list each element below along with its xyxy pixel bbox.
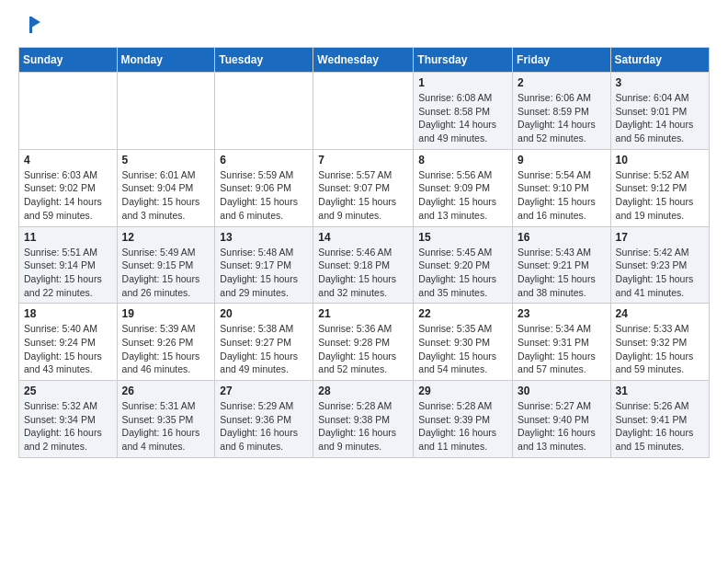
day-number: 9 <box>518 154 606 167</box>
day-number: 23 <box>518 307 606 320</box>
calendar-cell <box>313 73 414 150</box>
day-number: 17 <box>616 231 704 244</box>
page: SundayMondayTuesdayWednesdayThursdayFrid… <box>0 0 728 473</box>
day-details: Sunrise: 5:45 AM Sunset: 9:20 PM Dayligh… <box>418 246 507 300</box>
calendar-cell: 29Sunrise: 5:28 AM Sunset: 9:39 PM Dayli… <box>414 381 513 458</box>
calendar-cell: 10Sunrise: 5:52 AM Sunset: 9:12 PM Dayli… <box>610 149 709 226</box>
day-details: Sunrise: 5:43 AM Sunset: 9:21 PM Dayligh… <box>518 246 606 300</box>
calendar-cell: 13Sunrise: 5:48 AM Sunset: 9:17 PM Dayli… <box>215 226 313 304</box>
day-number: 4 <box>24 154 112 167</box>
day-number: 22 <box>418 307 507 320</box>
calendar-cell: 23Sunrise: 5:34 AM Sunset: 9:31 PM Dayli… <box>513 304 611 381</box>
day-details: Sunrise: 5:59 AM Sunset: 9:06 PM Dayligh… <box>220 168 308 223</box>
day-number: 7 <box>318 154 408 167</box>
calendar-cell: 28Sunrise: 5:28 AM Sunset: 9:38 PM Dayli… <box>313 381 414 458</box>
calendar-cell: 9Sunrise: 5:54 AM Sunset: 9:10 PM Daylig… <box>513 149 611 226</box>
calendar-cell: 6Sunrise: 5:59 AM Sunset: 9:06 PM Daylig… <box>215 149 313 226</box>
day-details: Sunrise: 5:38 AM Sunset: 9:27 PM Dayligh… <box>220 322 308 376</box>
calendar-cell: 12Sunrise: 5:49 AM Sunset: 9:15 PM Dayli… <box>117 226 215 304</box>
calendar-cell: 30Sunrise: 5:27 AM Sunset: 9:40 PM Dayli… <box>513 381 611 458</box>
day-details: Sunrise: 5:46 AM Sunset: 9:18 PM Dayligh… <box>318 246 408 300</box>
day-details: Sunrise: 5:49 AM Sunset: 9:15 PM Dayligh… <box>122 246 210 300</box>
day-details: Sunrise: 5:36 AM Sunset: 9:28 PM Dayligh… <box>318 322 408 376</box>
day-number: 25 <box>24 385 112 397</box>
calendar-cell: 19Sunrise: 5:39 AM Sunset: 9:26 PM Dayli… <box>117 304 215 381</box>
day-number: 24 <box>616 307 704 320</box>
weekday-header-saturday: Saturday <box>610 48 709 73</box>
day-details: Sunrise: 6:04 AM Sunset: 9:01 PM Dayligh… <box>616 91 704 145</box>
calendar-cell: 11Sunrise: 5:51 AM Sunset: 9:14 PM Dayli… <box>19 226 118 304</box>
day-details: Sunrise: 5:56 AM Sunset: 9:09 PM Dayligh… <box>418 168 507 223</box>
calendar-cell: 27Sunrise: 5:29 AM Sunset: 9:36 PM Dayli… <box>215 381 313 458</box>
logo-flag-icon <box>20 15 40 35</box>
weekday-header-friday: Friday <box>513 48 611 73</box>
calendar-week-row: 11Sunrise: 5:51 AM Sunset: 9:14 PM Dayli… <box>19 226 710 304</box>
day-number: 2 <box>518 76 606 89</box>
svg-marker-0 <box>31 17 40 28</box>
calendar-cell <box>215 73 313 150</box>
calendar-cell <box>19 73 118 150</box>
calendar-week-row: 18Sunrise: 5:40 AM Sunset: 9:24 PM Dayli… <box>19 304 710 381</box>
day-number: 8 <box>418 154 507 167</box>
day-number: 5 <box>122 154 210 167</box>
day-details: Sunrise: 6:06 AM Sunset: 8:59 PM Dayligh… <box>518 91 606 145</box>
day-details: Sunrise: 5:51 AM Sunset: 9:14 PM Dayligh… <box>24 246 112 300</box>
day-details: Sunrise: 5:31 AM Sunset: 9:35 PM Dayligh… <box>122 399 210 454</box>
day-details: Sunrise: 5:40 AM Sunset: 9:24 PM Dayligh… <box>24 322 112 376</box>
calendar-cell: 22Sunrise: 5:35 AM Sunset: 9:30 PM Dayli… <box>414 304 513 381</box>
calendar-cell: 24Sunrise: 5:33 AM Sunset: 9:32 PM Dayli… <box>610 304 709 381</box>
day-number: 19 <box>122 307 210 320</box>
day-details: Sunrise: 5:39 AM Sunset: 9:26 PM Dayligh… <box>122 322 210 376</box>
calendar-week-row: 4Sunrise: 6:03 AM Sunset: 9:02 PM Daylig… <box>19 149 710 226</box>
day-number: 15 <box>418 231 507 244</box>
day-details: Sunrise: 5:57 AM Sunset: 9:07 PM Dayligh… <box>318 168 408 223</box>
day-number: 1 <box>418 76 507 89</box>
day-number: 30 <box>518 385 606 397</box>
calendar-cell: 14Sunrise: 5:46 AM Sunset: 9:18 PM Dayli… <box>313 226 414 304</box>
day-details: Sunrise: 5:42 AM Sunset: 9:23 PM Dayligh… <box>616 246 704 300</box>
day-number: 28 <box>318 385 408 397</box>
day-details: Sunrise: 5:33 AM Sunset: 9:32 PM Dayligh… <box>616 322 704 376</box>
day-details: Sunrise: 5:52 AM Sunset: 9:12 PM Dayligh… <box>616 168 704 223</box>
calendar-cell <box>117 73 215 150</box>
weekday-header-sunday: Sunday <box>19 48 118 73</box>
weekday-header-tuesday: Tuesday <box>215 48 313 73</box>
calendar-cell: 3Sunrise: 6:04 AM Sunset: 9:01 PM Daylig… <box>610 73 709 150</box>
calendar-cell: 8Sunrise: 5:56 AM Sunset: 9:09 PM Daylig… <box>414 149 513 226</box>
day-number: 11 <box>24 231 112 244</box>
day-details: Sunrise: 6:01 AM Sunset: 9:04 PM Dayligh… <box>122 168 210 223</box>
calendar-cell: 17Sunrise: 5:42 AM Sunset: 9:23 PM Dayli… <box>610 226 709 304</box>
calendar-cell: 1Sunrise: 6:08 AM Sunset: 8:58 PM Daylig… <box>414 73 513 150</box>
weekday-header-thursday: Thursday <box>414 48 513 73</box>
weekday-header-monday: Monday <box>117 48 215 73</box>
day-details: Sunrise: 5:27 AM Sunset: 9:40 PM Dayligh… <box>518 399 606 454</box>
calendar-cell: 18Sunrise: 5:40 AM Sunset: 9:24 PM Dayli… <box>19 304 118 381</box>
day-number: 6 <box>220 154 308 167</box>
day-number: 16 <box>518 231 606 244</box>
calendar-cell: 2Sunrise: 6:06 AM Sunset: 8:59 PM Daylig… <box>513 73 611 150</box>
day-details: Sunrise: 5:54 AM Sunset: 9:10 PM Dayligh… <box>518 168 606 223</box>
weekday-header-wednesday: Wednesday <box>313 48 414 73</box>
calendar-table: SundayMondayTuesdayWednesdayThursdayFrid… <box>18 47 710 458</box>
day-number: 21 <box>318 307 408 320</box>
calendar-cell: 4Sunrise: 6:03 AM Sunset: 9:02 PM Daylig… <box>19 149 118 226</box>
day-details: Sunrise: 5:34 AM Sunset: 9:31 PM Dayligh… <box>518 322 606 376</box>
calendar-week-row: 25Sunrise: 5:32 AM Sunset: 9:34 PM Dayli… <box>19 381 710 458</box>
day-number: 18 <box>24 307 112 320</box>
day-details: Sunrise: 5:29 AM Sunset: 9:36 PM Dayligh… <box>220 399 308 454</box>
calendar-cell: 31Sunrise: 5:26 AM Sunset: 9:41 PM Dayli… <box>610 381 709 458</box>
day-number: 20 <box>220 307 308 320</box>
day-details: Sunrise: 5:26 AM Sunset: 9:41 PM Dayligh… <box>616 399 704 454</box>
calendar-cell: 5Sunrise: 6:01 AM Sunset: 9:04 PM Daylig… <box>117 149 215 226</box>
calendar-cell: 26Sunrise: 5:31 AM Sunset: 9:35 PM Dayli… <box>117 381 215 458</box>
day-details: Sunrise: 5:48 AM Sunset: 9:17 PM Dayligh… <box>220 246 308 300</box>
day-details: Sunrise: 6:03 AM Sunset: 9:02 PM Dayligh… <box>24 168 112 223</box>
day-number: 29 <box>418 385 507 397</box>
calendar-cell: 21Sunrise: 5:36 AM Sunset: 9:28 PM Dayli… <box>313 304 414 381</box>
day-number: 10 <box>616 154 704 167</box>
calendar-cell: 25Sunrise: 5:32 AM Sunset: 9:34 PM Dayli… <box>19 381 118 458</box>
day-number: 13 <box>220 231 308 244</box>
calendar-cell: 16Sunrise: 5:43 AM Sunset: 9:21 PM Dayli… <box>513 226 611 304</box>
day-details: Sunrise: 5:28 AM Sunset: 9:38 PM Dayligh… <box>318 399 408 454</box>
day-number: 27 <box>220 385 308 397</box>
